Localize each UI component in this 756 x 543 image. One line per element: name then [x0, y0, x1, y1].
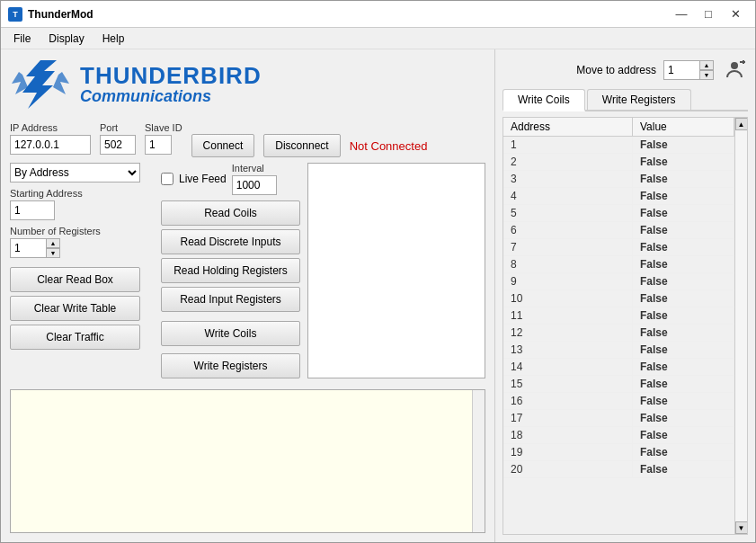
cell-value: False	[632, 273, 734, 290]
move-to-input-group: ▲ ▼	[663, 60, 714, 80]
read-input-registers-button[interactable]: Read Input Registers	[161, 287, 300, 312]
num-registers-input[interactable]	[10, 238, 46, 258]
write-coils-button[interactable]: Write Coils	[161, 321, 300, 346]
left-controls: By Address Starting Address Number of Re…	[10, 163, 154, 350]
maximize-button[interactable]: □	[696, 4, 721, 24]
coils-table: Address Value 1False2False3False4False5F…	[503, 118, 734, 478]
table-row[interactable]: 4False	[503, 188, 734, 205]
table-row[interactable]: 20False	[503, 461, 734, 478]
table-row[interactable]: 5False	[503, 205, 734, 222]
table-row[interactable]: 14False	[503, 359, 734, 376]
cell-value: False	[632, 137, 734, 154]
title-bar: T ThunderMod — □ ✕	[1, 1, 755, 28]
clear-read-box-button[interactable]: Clear Read Box	[10, 267, 140, 292]
cell-value: False	[632, 359, 734, 376]
data-table-container: Address Value 1False2False3False4False5F…	[503, 117, 748, 535]
connect-button[interactable]: Connect	[191, 134, 255, 157]
move-to-label: Move to address	[576, 64, 656, 76]
controls-row: By Address Starting Address Number of Re…	[10, 163, 485, 378]
num-registers-spinner: ▲ ▼	[10, 238, 154, 258]
scroll-down-button[interactable]: ▼	[735, 521, 748, 534]
cell-address: 11	[503, 307, 632, 325]
port-input[interactable]	[100, 135, 136, 155]
move-to-up-button[interactable]: ▲	[699, 60, 714, 70]
cell-value: False	[632, 188, 734, 205]
read-coils-button[interactable]: Read Coils	[161, 200, 300, 226]
tab-write-registers[interactable]: Write Registers	[587, 89, 691, 110]
spinner-down-button[interactable]: ▼	[46, 248, 60, 258]
disconnect-button[interactable]: Disconnect	[263, 134, 340, 157]
spinner-up-button[interactable]: ▲	[46, 238, 60, 248]
menu-file[interactable]: File	[4, 31, 40, 47]
svg-marker-0	[22, 60, 57, 109]
table-scrollbar[interactable]: ▲ ▼	[734, 118, 747, 534]
scroll-up-button[interactable]: ▲	[735, 118, 748, 130]
table-row[interactable]: 16False	[503, 393, 734, 410]
cell-value: False	[632, 444, 734, 461]
ip-input[interactable]	[10, 135, 91, 155]
tab-write-coils[interactable]: Write Coils	[503, 89, 585, 111]
table-row[interactable]: 7False	[503, 239, 734, 256]
read-display-area	[307, 163, 485, 378]
main-window: T ThunderMod — □ ✕ File Display Help	[0, 0, 756, 543]
thunderbird-logo	[10, 58, 71, 111]
connection-status: Not Connected	[350, 139, 428, 153]
cell-address: 9	[503, 273, 632, 290]
slave-input[interactable]	[145, 135, 172, 155]
num-registers-group: Number of Registers ▲ ▼	[10, 226, 154, 258]
move-to-down-button[interactable]: ▼	[699, 70, 714, 80]
close-button[interactable]: ✕	[723, 4, 748, 24]
table-row[interactable]: 8False	[503, 256, 734, 273]
title-bar-left: T ThunderMod	[8, 7, 93, 22]
starting-address-input[interactable]	[10, 200, 55, 220]
interval-input[interactable]	[232, 175, 277, 195]
table-row[interactable]: 10False	[503, 290, 734, 307]
spinner-buttons: ▲ ▼	[46, 238, 60, 258]
move-to-input[interactable]	[663, 60, 699, 80]
cell-address: 12	[503, 325, 632, 342]
traffic-scrollbar[interactable]	[472, 390, 485, 532]
cell-address: 2	[503, 154, 632, 171]
read-holding-registers-button[interactable]: Read Holding Registers	[161, 258, 300, 283]
cell-address: 10	[503, 290, 632, 307]
cell-value: False	[632, 290, 734, 307]
menu-help[interactable]: Help	[93, 31, 134, 47]
clear-write-table-button[interactable]: Clear Write Table	[10, 296, 140, 321]
table-row[interactable]: 9False	[503, 273, 734, 290]
table-row[interactable]: 1False	[503, 137, 734, 154]
table-row[interactable]: 3False	[503, 171, 734, 188]
menu-display[interactable]: Display	[40, 31, 93, 47]
mode-dropdown[interactable]: By Address	[10, 163, 140, 182]
write-registers-button[interactable]: Write Registers	[161, 353, 300, 378]
app-icon: T	[8, 7, 22, 22]
read-discrete-inputs-button[interactable]: Read Discrete Inputs	[161, 229, 300, 254]
table-row[interactable]: 13False	[503, 342, 734, 359]
live-feed-checkbox[interactable]	[161, 173, 173, 185]
slave-label: Slave ID	[145, 122, 182, 133]
cell-value: False	[632, 393, 734, 410]
traffic-area	[10, 389, 485, 533]
table-row[interactable]: 2False	[503, 154, 734, 171]
cell-address: 16	[503, 393, 632, 410]
window-title: ThunderMod	[28, 8, 93, 21]
table-row[interactable]: 18False	[503, 427, 734, 444]
interval-label: Interval	[232, 163, 277, 174]
table-row[interactable]: 19False	[503, 444, 734, 461]
cell-value: False	[632, 307, 734, 325]
cell-address: 20	[503, 461, 632, 478]
logo-area: THUNDERBIRD Communications	[10, 58, 485, 111]
minimize-button[interactable]: —	[669, 4, 694, 24]
scroll-track	[735, 130, 748, 521]
table-row[interactable]: 6False	[503, 222, 734, 239]
table-row[interactable]: 15False	[503, 376, 734, 393]
logo-title: THUNDERBIRD	[80, 64, 262, 87]
table-row[interactable]: 17False	[503, 410, 734, 427]
clear-traffic-button[interactable]: Clear Traffic	[10, 325, 140, 350]
person-icon-button[interactable]	[721, 57, 748, 84]
cell-address: 14	[503, 359, 632, 376]
content-area: THUNDERBIRD Communications IP Address Po…	[1, 49, 755, 542]
cell-value: False	[632, 410, 734, 427]
table-row[interactable]: 12False	[503, 325, 734, 342]
table-row[interactable]: 11False	[503, 307, 734, 325]
ip-field-group: IP Address	[10, 122, 91, 155]
